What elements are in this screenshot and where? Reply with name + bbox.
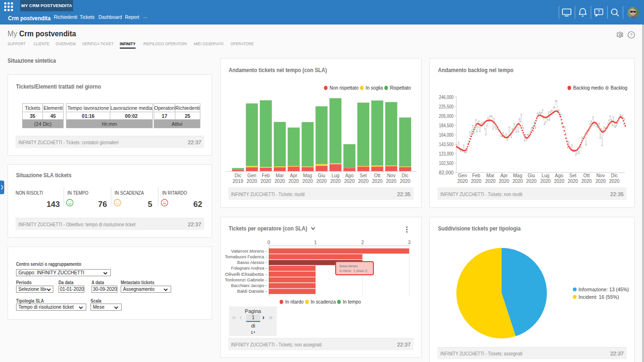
svg-text:Ago: Ago	[345, 173, 354, 178]
svg-text:123,000: 123,000	[439, 151, 454, 156]
svg-text:82,000: 82,000	[439, 170, 454, 175]
svg-text:Giu: Giu	[528, 173, 535, 178]
svg-text:0: 0	[267, 240, 270, 245]
svg-text:2020: 2020	[316, 179, 327, 184]
svg-text:2020: 2020	[302, 179, 313, 184]
svg-text:2020: 2020	[289, 179, 299, 184]
svg-text:164,000: 164,000	[439, 132, 454, 138]
svg-text:Incident: 16 (55%): Incident: 16 (55%)	[578, 294, 619, 300]
svg-text:184,500: 184,500	[439, 123, 454, 128]
svg-text:102,500: 102,500	[439, 161, 454, 166]
svg-text:Feb: Feb	[262, 173, 270, 178]
svg-text:Dic: Dic	[234, 173, 241, 178]
svg-text:Mag: Mag	[303, 173, 312, 178]
svg-text:2020: 2020	[247, 179, 257, 184]
svg-text:?: ?	[597, 9, 600, 15]
svg-text:2020: 2020	[471, 179, 482, 184]
svg-text:Lug: Lug	[331, 173, 339, 178]
svg-text:2020: 2020	[554, 179, 565, 184]
svg-text:2019: 2019	[233, 179, 244, 184]
svg-text:2020: 2020	[540, 179, 551, 184]
svg-text:Nov: Nov	[596, 173, 605, 178]
svg-text:2020: 2020	[457, 179, 468, 184]
svg-text:Olivelli Elisabetta -: Olivelli Elisabetta -	[225, 272, 267, 277]
svg-text:Apr: Apr	[500, 173, 508, 178]
svg-text:Feb: Feb	[472, 173, 480, 178]
svg-text:Set: Set	[569, 173, 576, 178]
svg-text:Ott: Ott	[583, 173, 590, 178]
svg-text:2: 2	[361, 240, 364, 245]
svg-text:Basso Alessio -: Basso Alessio -	[237, 260, 267, 265]
svg-text:2020: 2020	[261, 179, 272, 184]
svg-text:2020: 2020	[526, 179, 537, 184]
svg-text:Ago: Ago	[555, 173, 563, 178]
svg-text:225,500: 225,500	[439, 104, 454, 109]
svg-text:Baldi Daniele -: Baldi Daniele -	[237, 288, 267, 294]
svg-text:Tornabuoni Federica -: Tornabuoni Federica -	[225, 254, 267, 259]
svg-text:2020: 2020	[609, 179, 620, 184]
svg-text:Ott: Ott	[374, 173, 381, 178]
svg-text:2020: 2020	[400, 179, 411, 184]
svg-text:Set: Set	[360, 173, 367, 178]
svg-text:Gen: Gen	[248, 173, 256, 178]
svg-text:Mag: Mag	[513, 173, 522, 178]
svg-text:1: 1	[314, 240, 317, 245]
svg-text:Informazione: 13 (45%): Informazione: 13 (45%)	[578, 287, 629, 292]
svg-text:3: 3	[408, 240, 411, 245]
svg-text:2020: 2020	[499, 179, 510, 184]
svg-text:Bacchiani Jacopo -: Bacchiani Jacopo -	[231, 283, 267, 288]
svg-text:Gen: Gen	[458, 173, 467, 178]
svg-text:2020: 2020	[386, 179, 397, 184]
svg-text:?: ?	[630, 32, 632, 37]
svg-text:2020: 2020	[485, 179, 496, 184]
svg-text:Giu: Giu	[318, 173, 325, 178]
svg-text:Dic: Dic	[611, 173, 618, 178]
svg-text:2020: 2020	[595, 179, 606, 184]
svg-text:Vatteroni Moreno -: Vatteroni Moreno -	[231, 248, 267, 254]
svg-text:Apr: Apr	[290, 173, 297, 178]
svg-text:2020: 2020	[330, 179, 341, 184]
svg-text:2020: 2020	[372, 179, 383, 184]
svg-text:2020: 2020	[358, 179, 369, 184]
svg-text:Tonlorenzi Gabriele -: Tonlorenzi Gabriele -	[225, 277, 267, 282]
svg-text:Nov: Nov	[387, 173, 396, 178]
svg-text:Folegnani Andrea -: Folegnani Andrea -	[231, 265, 267, 271]
svg-text:Lug: Lug	[542, 173, 550, 178]
svg-text:2020: 2020	[274, 179, 285, 184]
svg-text:2020: 2020	[568, 179, 578, 184]
svg-text:2020: 2020	[344, 179, 355, 184]
svg-text:Dic: Dic	[402, 173, 408, 178]
svg-text:246,000: 246,000	[439, 95, 454, 100]
svg-text:Mar: Mar	[276, 173, 284, 178]
svg-text:2020: 2020	[581, 179, 592, 184]
svg-text:143,500: 143,500	[439, 142, 454, 147]
svg-text:Mar: Mar	[486, 173, 495, 178]
svg-text:2020: 2020	[512, 179, 523, 184]
svg-text:205,000: 205,000	[439, 114, 454, 119]
